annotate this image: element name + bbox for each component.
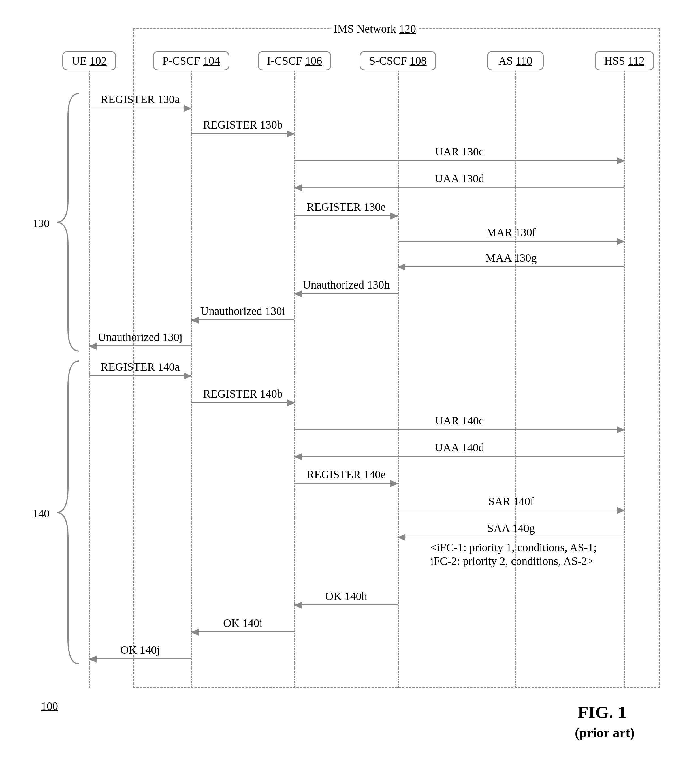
sequence-diagram: IMS Network 120 UE 102 P-CSCF 104 I-CSCF… <box>11 11 689 769</box>
node-hss: HSS 112 <box>595 51 654 70</box>
msg-130f-label: MAR 130f <box>487 226 536 239</box>
node-ue-num: 102 <box>90 54 107 67</box>
msg-130i-label: Unauthorized 130i <box>200 304 285 318</box>
ims-network-text: IMS Network <box>333 22 396 35</box>
node-scscf: S-CSCF 108 <box>360 51 436 70</box>
msg-130a-label: REGISTER 130a <box>101 93 180 106</box>
msg-130e-label: REGISTER 130e <box>307 200 386 213</box>
ims-network-num: 120 <box>399 22 416 35</box>
node-hss-label: HSS <box>604 54 625 67</box>
brace-140-label: 140 <box>33 507 50 520</box>
msg-140e-label: REGISTER 140e <box>307 468 386 481</box>
lifeline-ue <box>89 71 90 688</box>
msg-140g-label: SAA 140g <box>487 522 535 535</box>
node-icscf-label: I-CSCF <box>267 54 302 67</box>
msg-140h-label: OK 140h <box>325 590 367 603</box>
node-icscf: I-CSCF 106 <box>258 51 331 70</box>
node-scscf-num: 108 <box>410 54 427 67</box>
node-as-num: 110 <box>516 54 532 67</box>
node-as: AS 110 <box>487 51 544 70</box>
figure-subtitle: (prior art) <box>575 725 635 740</box>
ref-100: 100 <box>41 699 58 713</box>
node-pcscf: P-CSCF 104 <box>153 51 229 70</box>
lifeline-pcscf <box>191 71 192 688</box>
node-as-label: AS <box>498 54 513 67</box>
msg-140i-label: OK 140i <box>223 617 262 630</box>
lifeline-scscf <box>398 71 399 688</box>
msg-130c-label: UAR 130c <box>435 145 484 158</box>
node-hss-num: 112 <box>628 54 645 67</box>
figure-title: FIG. 1 <box>578 702 627 722</box>
msg-140f-label: SAR 140f <box>488 495 534 508</box>
msg-140b-label: REGISTER 140b <box>203 387 283 400</box>
ims-network-label: IMS Network 120 <box>331 22 418 35</box>
msg-130h-label: Unauthorized 130h <box>303 278 390 291</box>
lifeline-icscf <box>295 71 295 688</box>
msg-130j-label: Unauthorized 130j <box>98 330 183 344</box>
msg-140j-label: OK 140j <box>121 643 160 657</box>
brace-130-label: 130 <box>33 217 50 230</box>
ifc-line1: <iFC-1: priority 1, conditions, AS-1; <box>430 541 597 554</box>
node-pcscf-num: 104 <box>203 54 220 67</box>
brace-140 <box>57 361 82 667</box>
node-ue: UE 102 <box>62 51 116 70</box>
msg-130g-label: MAA 130g <box>485 251 537 265</box>
msg-140a-label: REGISTER 140a <box>101 360 180 373</box>
msg-130d-label: UAA 130d <box>435 172 484 185</box>
node-icscf-num: 106 <box>305 54 322 67</box>
ifc-line2: iFC-2: priority 2, conditions, AS-2> <box>430 554 593 568</box>
msg-140d-label: UAA 140d <box>435 441 484 454</box>
node-scscf-label: S-CSCF <box>369 54 407 67</box>
msg-130b-label: REGISTER 130b <box>203 118 283 132</box>
node-ue-label: UE <box>72 54 87 67</box>
brace-130 <box>57 93 82 354</box>
node-pcscf-label: P-CSCF <box>162 54 200 67</box>
msg-140c-label: UAR 140c <box>435 414 484 427</box>
lifeline-as <box>515 71 516 688</box>
